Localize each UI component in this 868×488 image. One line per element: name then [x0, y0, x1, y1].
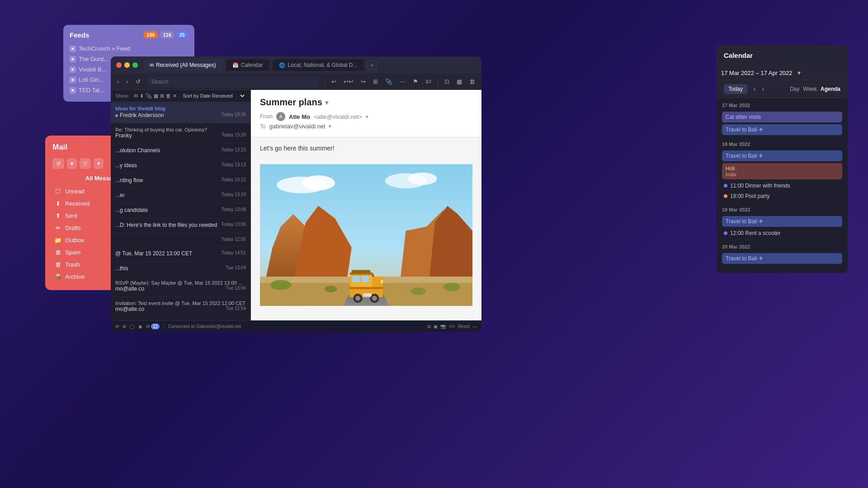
refresh-button[interactable]: ↺	[133, 76, 143, 87]
msg-time-9: Today 12:05	[222, 237, 246, 242]
feed-label-3: Vivaldi B...	[79, 66, 106, 73]
filter-icon-4[interactable]: ▦	[154, 93, 158, 99]
minimize-button[interactable]	[124, 62, 130, 68]
tab-calendar[interactable]: 📅 Calendar	[226, 59, 269, 71]
search-input[interactable]	[147, 76, 319, 87]
filter-icon-6[interactable]: 🗑	[166, 93, 171, 99]
svg-rect-22	[362, 276, 369, 282]
message-item-3[interactable]: ...olution Channels Today 13:15	[111, 144, 250, 159]
forward-button[interactable]: ›	[123, 76, 131, 87]
tab-news-icon: 🌐	[279, 62, 285, 68]
feeds-badge-2: 116	[160, 31, 174, 38]
msg-item-top-9: Today 12:05	[115, 237, 246, 242]
msg-category: Ideas for Vivaldi blog	[115, 106, 246, 111]
calendar-panel: Calendar 17 Mar 2022 – 17 Apr 2022 ▾ Tod…	[717, 45, 848, 273]
cal-event-pool[interactable]: 18:00 Pool party	[722, 192, 842, 201]
message-item-12[interactable]: RSVP (Maybe): Say Maybe @ Tue, Mar 15 20…	[111, 277, 250, 297]
message-item-1[interactable]: Ideas for Vivaldi blog Fredrik Andersson…	[111, 102, 250, 123]
message-item-7[interactable]: ...g candidate Today 13:08	[111, 203, 250, 218]
feeds-badges: 106 116 25	[143, 31, 188, 38]
filter-icon-5[interactable]: ⊞	[160, 93, 164, 99]
message-item-13[interactable]: Invitation: Test event invite @ Tue, Mar…	[111, 297, 250, 317]
statusbar-more: —	[472, 324, 477, 329]
tab-received[interactable]: ✉ Received (All Messages)	[143, 59, 222, 71]
message-item-4[interactable]: ...y ideas Today 13:13	[111, 159, 250, 174]
message-item-8[interactable]: ...D: Here's the link to the files you n…	[111, 218, 250, 233]
tab-received-label: Received (All Messages)	[156, 62, 216, 68]
trash-icon: 🗑	[54, 261, 61, 268]
forward-email-button[interactable]: ↪	[358, 76, 368, 87]
message-item-6[interactable]: ...er Today 13:10	[111, 188, 250, 203]
cal-event-cat-sitter[interactable]: Cat sitter visits	[722, 112, 842, 122]
email-subject: Summer plans ▾	[260, 97, 472, 108]
window-statusbar: ✉ ⊞ ◯ ◉ ✉ 12 | Connected to GabrielaV@vi…	[111, 320, 481, 332]
cal-event-travel-4[interactable]: Travel to Bali ✈	[722, 253, 842, 264]
tab-news[interactable]: 🌐 Local, National, & Global D...	[273, 59, 363, 71]
cal-event-holi-title: Holi	[726, 165, 839, 172]
mail-filter2-btn[interactable]: ▾	[94, 158, 104, 169]
cal-event-dinner[interactable]: 11:00 Dinner with friends	[722, 181, 842, 190]
filter-icon-3[interactable]: 📎	[146, 93, 152, 99]
message-item-9[interactable]: Today 12:05	[111, 233, 250, 247]
msg-time-10: Today 14:51	[222, 250, 246, 257]
msg-item-top-5: ...rding flow Today 13:12	[115, 177, 246, 183]
cal-event-travel-2[interactable]: Travel to Bali ✈	[722, 150, 842, 161]
sort-select[interactable]: Sort by Date Received	[181, 93, 246, 99]
layout-button[interactable]: ▦	[454, 76, 465, 87]
maximize-button[interactable]	[132, 62, 138, 68]
tag-button[interactable]: 🏷	[423, 76, 434, 87]
feed-item-1[interactable]: ■ TechCrunch » Feed	[70, 43, 188, 54]
mail-dropdown-btn[interactable]: ▾	[67, 158, 77, 169]
mail-refresh-btn[interactable]: ↺	[52, 158, 64, 169]
message-item-11[interactable]: ...this Tue 13:04	[111, 262, 250, 277]
statusbar-grid-icon: ⊞	[427, 324, 431, 329]
more-button[interactable]: ⋯	[397, 76, 408, 87]
tab-received-icon: ✉	[150, 62, 154, 68]
filter-icon-1[interactable]: ✉	[134, 93, 138, 99]
today-button[interactable]: Today	[724, 84, 747, 94]
message-item-2[interactable]: Re: Thinking of buying this car. Opinion…	[111, 123, 250, 144]
cal-event-holi[interactable]: Holi India	[722, 163, 842, 179]
msg-item-top-12: mo@atle.co Tue 13:04	[115, 286, 246, 292]
spam-icon: 🗑	[54, 249, 61, 256]
cal-event-travel-1[interactable]: Travel to Bali ✈	[722, 124, 842, 135]
sender-expand-icon[interactable]: ▾	[366, 114, 368, 120]
close-button[interactable]	[116, 62, 122, 68]
svg-rect-20	[352, 270, 370, 273]
msg-subject-13: Invitation: Test event invite @ Tue, Mar…	[115, 300, 246, 306]
new-tab-button[interactable]: +	[368, 61, 377, 70]
mail-count-icon: ✉	[146, 324, 150, 329]
cal-view-day[interactable]: Day	[790, 85, 799, 93]
statusbar-reset-label[interactable]: Reset	[458, 324, 470, 329]
reply-all-button[interactable]: ↩↩	[341, 76, 356, 87]
cal-view-week[interactable]: Week	[803, 85, 817, 93]
mail-nav-spam-label: Spam	[65, 249, 80, 256]
message-item-10[interactable]: @ Tue, Mar 15 2022 13:00 CET Today 14:51	[111, 247, 250, 262]
received-icon: ⬇	[54, 200, 61, 207]
calendar-next-btn[interactable]: ›	[760, 84, 767, 94]
svg-rect-21	[353, 276, 360, 282]
from-label: From	[260, 113, 273, 120]
cal-event-travel-3[interactable]: Travel to Bali ✈	[722, 216, 842, 227]
msg-time-12: Tue 13:04	[226, 286, 246, 292]
msg-item-top-10: @ Tue, Mar 15 2022 13:00 CET Today 14:51	[115, 250, 246, 257]
filter-icon-2[interactable]: ⬇	[140, 93, 144, 99]
cal-day-17mar: 17 Mar 2022 Cat sitter visits Travel to …	[722, 102, 842, 135]
recipient-expand-icon[interactable]: ▾	[329, 123, 331, 129]
mail-filter-btn[interactable]: ▽	[80, 158, 91, 169]
cal-event-scooter[interactable]: 12:00 Rent a scooter	[722, 229, 842, 238]
flag-button[interactable]: ⚑	[410, 76, 421, 87]
msg-item-top-11: ...this Tue 13:04	[115, 265, 246, 272]
delete-button[interactable]: 🗑	[467, 76, 478, 87]
filter-icon-7[interactable]: ✕	[173, 93, 177, 99]
filter-toolbar-button[interactable]: ⊡	[442, 76, 452, 87]
attachment-button[interactable]: 📎	[382, 76, 395, 87]
reply-button[interactable]: ↩	[329, 76, 339, 87]
move-button[interactable]: ⊞	[370, 76, 381, 87]
message-item-5[interactable]: ...rding flow Today 13:12	[111, 174, 250, 188]
calendar-dropdown-btn[interactable]: ▾	[795, 68, 803, 77]
date-range-text: 17 Mar 2022 – 17 Apr 2022	[721, 70, 793, 76]
back-button[interactable]: ‹	[114, 76, 122, 87]
cal-view-agenda[interactable]: Agenda	[821, 85, 840, 93]
calendar-prev-btn[interactable]: ‹	[751, 84, 759, 94]
